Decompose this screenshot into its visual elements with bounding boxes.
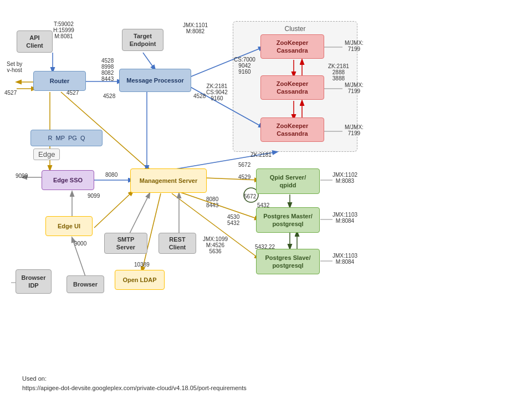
postgres-slave-node: Postgres Slave/postgresql: [256, 249, 320, 274]
architecture-diagram: Cluster: [0, 0, 532, 366]
label-4528-right: 4528: [193, 93, 206, 99]
label-jmx-pg-master: JMX:1103M:8084: [332, 212, 357, 224]
zk-cass2-node: ZooKeeperCassandra: [260, 75, 324, 100]
svg-line-11: [205, 178, 259, 180]
svg-line-18: [94, 191, 133, 228]
management-server-node: Management Server: [130, 168, 207, 193]
label-4530-5432: 45305432: [227, 214, 239, 226]
label-5432-top: 5432: [257, 202, 269, 208]
label-8080: 8080: [105, 172, 117, 178]
label-9099-right: 9099: [88, 193, 100, 199]
api-client-node: APIClient: [17, 30, 53, 53]
label-jmx-mgmt: JMX:1099M:45265636: [203, 236, 228, 254]
label-4527-right: 4527: [66, 90, 79, 96]
target-endpoint-node: TargetEndpoint: [122, 29, 163, 51]
footer-line1: Used on:: [22, 375, 47, 382]
edge-sso-node: Edge SSO: [42, 170, 94, 190]
label-mjmx2: M/JMX:7199: [345, 82, 364, 94]
zk-cass1-node: ZooKeeperCassandra: [260, 34, 324, 59]
label-4529: 4529: [238, 174, 250, 180]
label-jmx-pg-slave: JMX:1103M:8084: [332, 253, 357, 265]
label-api-ports: T:59002H:15999M:8081: [53, 21, 74, 39]
qpid-node: Qpid Server/qpidd: [256, 168, 320, 194]
label-8080-8443: 80808443: [206, 196, 218, 208]
label-cs-ports: CS:700090429160: [234, 57, 255, 75]
message-processor-node: Message Processor: [119, 69, 191, 92]
label-5432-22: 5432,22: [255, 244, 275, 250]
postgres-master-node: Postgres Master/postgresql: [256, 207, 320, 233]
label-5672-top: 5672: [238, 162, 250, 168]
label-mjmx1: M/JMX:7199: [345, 40, 364, 52]
label-jmx-qpid: JMX:1102M:8083: [332, 172, 357, 184]
label-9099-left: 9099: [16, 173, 28, 179]
label-zk-ports: ZK:218128883888: [328, 63, 349, 81]
footer-line2: https://apigee-dot-devsite.googleplex.co…: [22, 385, 247, 391]
label-4527-left: 4527: [4, 90, 17, 96]
r-mp-pg-q-node: R MP PG Q: [30, 130, 103, 146]
svg-line-4: [143, 53, 155, 70]
label-zk2181-qpid: ZK:2181: [250, 152, 272, 158]
label-9000: 9000: [74, 241, 86, 247]
browser-idp-node: BrowserIDP: [16, 269, 52, 294]
edge-ui-node: Edge UI: [45, 216, 93, 236]
edge-label: Edge: [33, 149, 60, 160]
rest-client-node: RESTClient: [158, 233, 196, 254]
cluster-title: Cluster: [233, 25, 357, 33]
svg-line-36: [129, 193, 150, 234]
label-set-vhost: Set byv-host: [7, 61, 22, 73]
label-10389: 10389: [134, 262, 150, 268]
label-target-ports: JMX:1101M:8082: [183, 22, 208, 34]
zk-cass3-node: ZooKeeperCassandra: [260, 117, 324, 142]
label-5672-circle: 5672: [244, 193, 256, 200]
label-mjmx3: M/JMX:7199: [345, 124, 364, 136]
smtp-server-node: SMTPServer: [104, 233, 147, 254]
open-ldap-node: Open LDAP: [115, 270, 165, 290]
label-4528-between: 4528: [103, 93, 115, 99]
footer: Used on: https://apigee-dot-devsite.goog…: [22, 374, 247, 393]
router-node: Router: [33, 71, 86, 91]
browser-node: Browser: [66, 275, 104, 293]
label-zk-cs-ports: ZK:2181CS:90429160: [206, 83, 228, 101]
label-mp-ports: 4528899880828443: [101, 58, 114, 82]
